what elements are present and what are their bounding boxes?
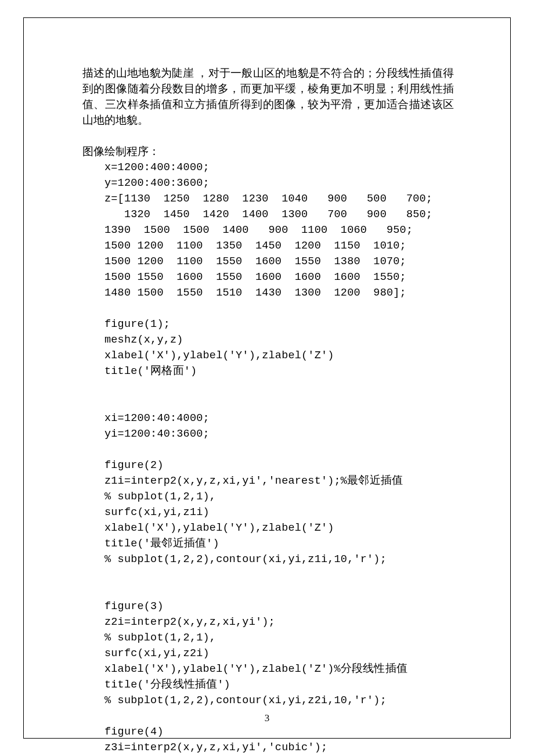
- document-content: 描述的山地地貌为陡崖 ，对于一般山区的地貌是不符合的；分段线性插值得到的图像随着…: [82, 66, 454, 755]
- section-label: 图像绘制程序：: [82, 144, 454, 160]
- page-number: 3: [0, 712, 534, 724]
- code-block: x=1200:400:4000; y=1200:400:3600; z=[113…: [82, 160, 454, 755]
- intro-paragraph: 描述的山地地貌为陡崖 ，对于一般山区的地貌是不符合的；分段线性插值得到的图像随着…: [82, 66, 454, 128]
